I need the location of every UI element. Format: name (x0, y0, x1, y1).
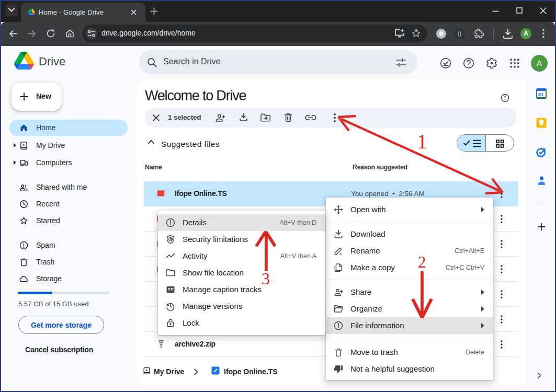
svg-text:31: 31 (538, 91, 544, 97)
